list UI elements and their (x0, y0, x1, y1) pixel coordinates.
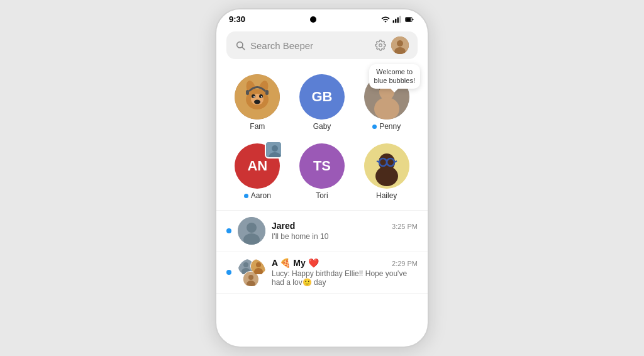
contact-penny[interactable]: Welcome to blue bubbles! (355, 69, 418, 136)
chat-name-group: A 🍕 My ❤️ (272, 258, 319, 268)
search-placeholder: Search Beeper (250, 40, 370, 51)
unread-dot-jared (226, 228, 231, 233)
battery-icon (404, 15, 415, 24)
contacts-grid: Fam GB Gaby Welcome to blue bubbles! (216, 64, 428, 210)
signal-icon (392, 15, 401, 24)
svg-line-8 (242, 47, 245, 50)
user-avatar[interactable] (391, 36, 409, 54)
svg-point-41 (247, 223, 257, 233)
dog-illustration (235, 74, 280, 120)
chat-time-group: 2:29 PM (392, 260, 418, 267)
svg-rect-5 (406, 18, 411, 21)
contact-tori[interactable]: TS Tori (291, 138, 353, 205)
contact-name-gaby: Gaby (313, 122, 331, 131)
contact-avatar-aaron: AN (235, 143, 280, 189)
jared-photo (238, 217, 265, 245)
chat-avatar-jared (238, 217, 265, 245)
contact-name-fam: Fam (250, 122, 265, 131)
svg-rect-2 (397, 17, 399, 23)
svg-point-20 (254, 100, 260, 104)
svg-point-27 (374, 97, 399, 120)
svg-point-11 (397, 40, 403, 47)
wifi-icon (381, 15, 390, 24)
svg-point-47 (248, 275, 253, 280)
svg-point-21 (253, 96, 255, 97)
unread-dot-group (226, 270, 231, 275)
chat-time-jared: 3:25 PM (392, 223, 418, 230)
chat-header-jared: Jared 3:25 PM (272, 221, 418, 231)
svg-point-19 (259, 94, 263, 98)
search-bar[interactable]: Search Beeper (226, 31, 418, 59)
contact-avatar-tori: TS (299, 143, 345, 189)
contact-name-hailey: Hailey (376, 191, 397, 200)
svg-rect-0 (393, 20, 394, 23)
chat-content-group: A 🍕 My ❤️ 2:29 PM Lucy: Happy birthday E… (272, 258, 418, 287)
svg-point-9 (379, 44, 382, 47)
svg-point-33 (375, 166, 398, 186)
penny-online-dot (372, 125, 377, 129)
aaron-initials: AN (247, 158, 267, 174)
contact-avatar-hailey (364, 143, 409, 189)
svg-point-29 (272, 145, 278, 152)
contact-name-tori: Tori (316, 191, 328, 200)
status-icons (381, 15, 415, 24)
svg-point-50 (256, 262, 261, 267)
tooltip-line2: blue bubbles! (374, 77, 415, 84)
contact-name-aaron: Aaron (244, 191, 271, 200)
contact-avatar-gaby: GB (299, 74, 345, 120)
svg-rect-1 (395, 18, 396, 22)
chat-avatar-group (238, 259, 265, 286)
gaby-avatar-circle: GB (299, 74, 345, 120)
svg-point-18 (252, 94, 255, 98)
contact-aaron[interactable]: AN Aaron (226, 138, 289, 205)
contact-fam[interactable]: Fam (226, 69, 289, 136)
group-mini-avatar-3 (250, 259, 265, 274)
tooltip-bubble: Welcome to blue bubbles! (369, 64, 420, 89)
aaron-photo-overlay (265, 141, 282, 159)
chat-preview-group: Lucy: Happy birthday Ellie!! Hope you've… (272, 269, 418, 287)
group-avatar-container (238, 259, 265, 286)
svg-rect-3 (399, 16, 401, 23)
tori-avatar-circle: TS (299, 143, 345, 189)
contact-gaby[interactable]: GB Gaby (291, 69, 353, 136)
hailey-photo (364, 143, 409, 189)
svg-point-44 (243, 262, 248, 267)
chat-list: Jared 3:25 PM I'll be home in 10 (216, 210, 428, 347)
fam-avatar-circle (235, 74, 280, 120)
search-icon (235, 40, 245, 50)
status-time: 9:30 (229, 14, 245, 24)
contact-hailey[interactable]: Hailey (355, 138, 418, 205)
contact-name-penny: Penny (372, 122, 401, 131)
svg-rect-6 (413, 18, 414, 19)
user-avatar-image (391, 36, 409, 54)
chat-preview-jared: I'll be home in 10 (272, 232, 418, 241)
gaby-initials: GB (311, 89, 332, 105)
tooltip-line1: Welcome to (376, 68, 413, 75)
chat-content-jared: Jared 3:25 PM I'll be home in 10 (272, 221, 418, 241)
camera-dot (310, 16, 316, 23)
gear-icon[interactable] (375, 40, 386, 51)
chat-item-jared[interactable]: Jared 3:25 PM I'll be home in 10 (216, 211, 428, 252)
contact-avatar-fam (235, 74, 280, 120)
svg-point-22 (261, 96, 262, 97)
chat-item-group[interactable]: A 🍕 My ❤️ 2:29 PM Lucy: Happy birthday E… (216, 252, 428, 294)
tori-initials: TS (313, 158, 331, 174)
contacts-section: Fam GB Gaby Welcome to blue bubbles! (216, 64, 428, 210)
status-bar: 9:30 (216, 9, 428, 26)
aaron-online-dot (244, 194, 248, 198)
phone-frame: 9:30 Search (215, 8, 429, 348)
hailey-avatar-circle (364, 143, 409, 189)
chat-name-jared: Jared (272, 221, 295, 231)
aaron-overlay-photo (266, 142, 282, 159)
chat-header-group: A 🍕 My ❤️ 2:29 PM (272, 258, 418, 268)
